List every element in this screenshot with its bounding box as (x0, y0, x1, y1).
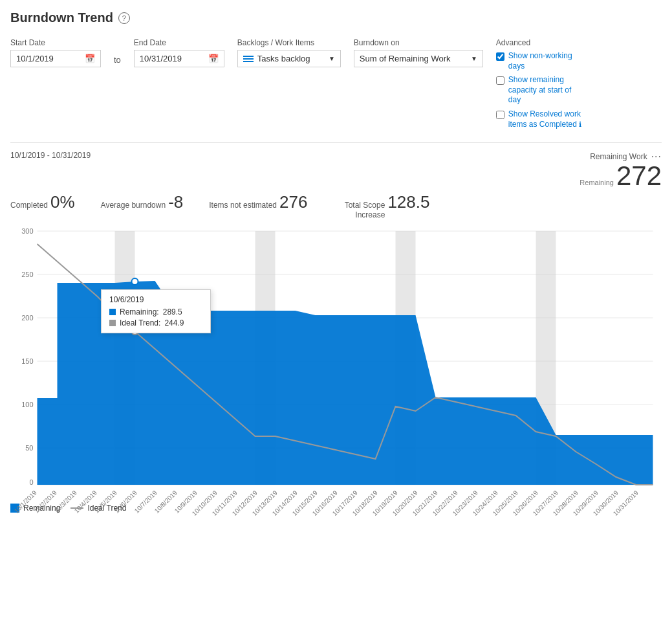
end-date-group: End Date 10/31/2019 📅 (134, 38, 224, 67)
checkbox2-input[interactable] (496, 76, 504, 85)
page-title: Burndown Trend (10, 10, 113, 25)
end-date-value: 10/31/2019 (140, 54, 182, 63)
tooltip-ideal-label: Ideal Trend: (120, 318, 160, 328)
checkbox1-input[interactable] (496, 52, 504, 61)
items-not-estimated-label: Items not estimated (209, 201, 277, 210)
info-circle-icon: ℹ (579, 120, 581, 128)
checkbox1-row: Show non-working days (496, 51, 586, 71)
stat-avg-burndown: Average burndown -8 (101, 192, 184, 219)
svg-text:50: 50 (25, 444, 33, 452)
total-scope-label: Total Scope Increase (333, 201, 385, 219)
start-date-value: 10/1/2019 (16, 54, 54, 63)
checkbox3-row: Show Resolved work items as Completed ℹ (496, 109, 586, 129)
burndown-chart: 300 250 200 150 100 50 0 (10, 225, 662, 496)
checkbox2-row: Show remaining capacity at start of day (496, 75, 586, 106)
remaining-work-summary: Remaining Work ··· Remaining 272 (580, 151, 662, 190)
items-not-estimated-value: 276 (279, 192, 307, 212)
svg-point-20 (132, 278, 138, 285)
stat-items-not-estimated: Items not estimated 276 (209, 192, 307, 219)
burndown-on-value: Sum of Remaining Work (360, 54, 451, 63)
chart-container: 300 250 200 150 100 50 0 (10, 225, 662, 498)
tooltip-remaining-dot (109, 309, 116, 315)
backlogs-group: Backlogs / Work Items Tasks backlog ▼ (237, 38, 341, 67)
checkbox3-input[interactable] (496, 111, 504, 119)
checkbox1-label: Show non-working days (508, 51, 586, 71)
completed-label: Completed (10, 201, 48, 210)
backlogs-value: Tasks backlog (257, 54, 310, 63)
start-date-group: Start Date 10/1/2019 📅 (10, 38, 101, 67)
remaining-value: 272 (616, 162, 662, 190)
backlogs-chevron-icon: ▼ (329, 55, 335, 62)
end-date-input[interactable]: 10/31/2019 📅 (134, 50, 224, 67)
burndown-on-group: Burndown on Sum of Remaining Work ▼ (354, 38, 483, 67)
burndown-on-chevron-icon: ▼ (471, 55, 477, 62)
backlogs-label: Backlogs / Work Items (237, 38, 341, 47)
backlogs-dropdown[interactable]: Tasks backlog ▼ (237, 50, 341, 67)
avg-burndown-value: -8 (168, 192, 183, 212)
svg-text:250: 250 (21, 271, 33, 278)
burndown-on-dropdown[interactable]: Sum of Remaining Work ▼ (354, 50, 483, 67)
tooltip-remaining-value: 289.5 (163, 307, 182, 317)
checkbox3-label: Show Resolved work items as Completed ℹ (508, 109, 586, 129)
end-date-calendar-icon: 📅 (208, 54, 219, 63)
burndown-on-label: Burndown on (354, 38, 483, 47)
stat-completed: Completed 0% (10, 192, 75, 219)
backlog-icon (243, 56, 254, 62)
help-icon[interactable]: ? (118, 12, 130, 24)
start-date-input[interactable]: 10/1/2019 📅 (10, 50, 101, 67)
svg-text:100: 100 (21, 401, 33, 408)
start-date-label: Start Date (10, 38, 101, 47)
chart-date-range: 10/1/2019 - 10/31/2019 (10, 151, 91, 160)
completed-value: 0% (50, 192, 75, 212)
checkbox2-label: Show remaining capacity at start of day (508, 75, 586, 106)
advanced-group: Advanced Show non-working days Show rema… (496, 38, 586, 129)
svg-text:200: 200 (21, 314, 33, 322)
svg-text:0: 0 (29, 478, 33, 486)
chart-tooltip: 10/6/2019 Remaining: 289.5 Ideal Trend: … (101, 289, 211, 333)
end-date-label: End Date (134, 38, 224, 47)
tooltip-remaining-label: Remaining: (120, 307, 159, 317)
tooltip-ideal-dot (109, 320, 116, 326)
stat-total-scope: Total Scope Increase 128.5 (333, 192, 429, 219)
remaining-work-title: Remaining Work (590, 152, 647, 161)
to-separator: to (114, 55, 121, 65)
tooltip-date: 10/6/2019 (109, 295, 202, 304)
remaining-label: Remaining (580, 179, 614, 186)
tooltip-ideal-value: 244.9 (164, 318, 184, 328)
start-date-calendar-icon: 📅 (85, 54, 95, 63)
svg-text:150: 150 (21, 357, 33, 365)
total-scope-value: 128.5 (387, 192, 429, 212)
avg-burndown-label: Average burndown (101, 201, 166, 210)
svg-text:300: 300 (21, 227, 33, 235)
advanced-label: Advanced (496, 38, 586, 47)
